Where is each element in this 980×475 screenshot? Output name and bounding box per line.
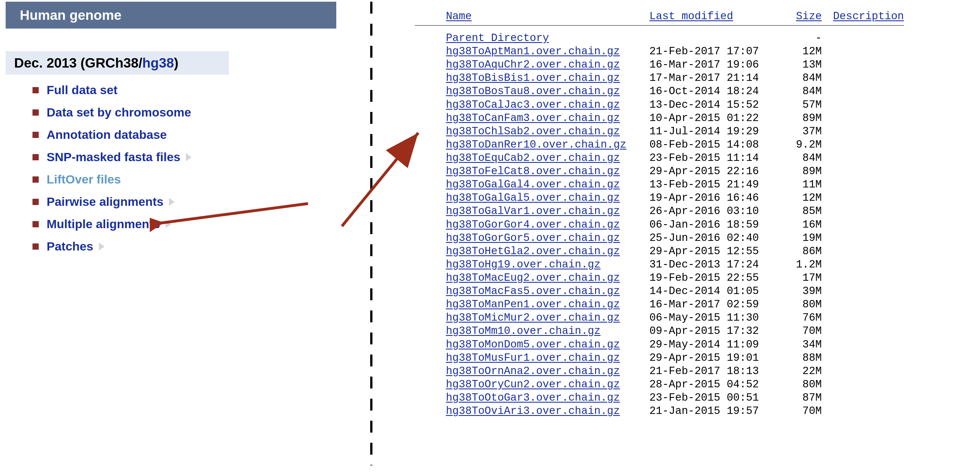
file-link[interactable]: hg38ToHg19.over.chain.gz [446, 258, 600, 271]
file-link[interactable]: hg38ToOryCun2.over.chain.gz [446, 378, 620, 391]
file-size: 88M [785, 351, 822, 365]
file-link[interactable]: hg38ToGorGor4.over.chain.gz [446, 218, 620, 231]
file-desc [822, 138, 833, 151]
file-modified: 11-Jul-2014 19:29 [649, 125, 785, 138]
file-link[interactable]: hg38ToOrnAna2.over.chain.gz [446, 365, 620, 377]
file-row: hg38ToMacFas5.over.chain.gz14-Dec-2014 0… [415, 284, 904, 298]
file-link[interactable]: hg38ToEquCab2.over.chain.gz [446, 152, 620, 164]
sort-size-link[interactable]: Size [796, 10, 822, 22]
file-icon [415, 298, 446, 311]
file-size: 70M [785, 404, 822, 418]
file-modified: 28-Apr-2015 04:52 [649, 378, 785, 391]
file-link[interactable]: hg38ToMacFas5.over.chain.gz [446, 285, 620, 297]
file-row: hg38ToOtoGar3.over.chain.gz23-Feb-2015 0… [415, 391, 904, 404]
file-link[interactable]: hg38ToMm10.over.chain.gz [446, 325, 600, 337]
file-icon [415, 365, 446, 378]
nav-item-patches[interactable]: Patches [32, 239, 353, 253]
file-size: 12M [785, 191, 822, 204]
file-size: 85M [785, 204, 822, 218]
release-hg-link[interactable]: hg38 [142, 56, 174, 70]
file-desc [822, 164, 833, 178]
file-desc [822, 218, 833, 231]
file-row: hg38ToBosTau8.over.chain.gz16-Oct-2014 1… [415, 84, 904, 98]
file-size: 12M [785, 45, 822, 58]
release-suffix: ) [174, 56, 178, 70]
file-link[interactable]: hg38ToOviAri3.over.chain.gz [446, 405, 620, 417]
nav-item-annotation-database[interactable]: Annotation database [32, 128, 353, 142]
file-desc [822, 258, 833, 271]
file-link[interactable]: hg38ToMacEug2.over.chain.gz [446, 272, 620, 284]
file-link[interactable]: hg38ToMusFur1.over.chain.gz [446, 352, 620, 364]
file-size: 80M [785, 298, 822, 311]
file-link[interactable]: hg38ToHetGla2.over.chain.gz [446, 245, 620, 257]
nav-item-multiple-alignments[interactable]: Multiple alignments [32, 217, 353, 231]
nav-item-liftover-files[interactable]: LiftOver files [32, 172, 353, 186]
file-desc [822, 58, 833, 71]
file-link[interactable]: hg38ToAptMan1.over.chain.gz [446, 45, 620, 57]
file-link[interactable]: hg38ToGalGal5.over.chain.gz [446, 192, 620, 204]
file-link[interactable]: hg38ToGalGal4.over.chain.gz [446, 179, 620, 191]
file-link[interactable]: hg38ToChlSab2.over.chain.gz [446, 125, 620, 137]
file-modified: 29-Apr-2015 22:16 [649, 164, 785, 178]
file-link[interactable]: hg38ToGorGor5.over.chain.gz [446, 232, 620, 244]
file-modified: 16-Oct-2014 18:24 [649, 84, 785, 98]
file-link[interactable]: hg38ToMicMur2.over.chain.gz [446, 312, 620, 324]
file-row: hg38ToBisBis1.over.chain.gz17-Mar-2017 2… [415, 71, 904, 84]
parent-size: - [785, 31, 822, 45]
file-desc [822, 151, 833, 164]
file-link[interactable]: hg38ToBisBis1.over.chain.gz [446, 72, 620, 84]
file-row: hg38ToGalGal5.over.chain.gz19-Apr-2016 1… [415, 191, 904, 204]
file-link[interactable]: hg38ToOtoGar3.over.chain.gz [446, 392, 620, 404]
file-modified: 09-Apr-2015 17:32 [649, 324, 785, 338]
file-size: 57M [785, 98, 822, 112]
file-link[interactable]: hg38ToAquChr2.over.chain.gz [446, 59, 620, 71]
file-icon [415, 284, 446, 298]
file-link[interactable]: hg38ToManPen1.over.chain.gz [446, 298, 620, 311]
file-desc [822, 71, 833, 84]
file-row: hg38ToMm10.over.chain.gz09-Apr-2015 17:3… [415, 324, 904, 338]
file-size: 84M [785, 151, 822, 164]
nav-item-label: Pairwise alignments [47, 195, 163, 209]
file-row: hg38ToFelCat8.over.chain.gz29-Apr-2015 2… [415, 164, 904, 178]
file-modified: 21-Jan-2015 19:57 [649, 404, 785, 418]
file-size: 87M [785, 391, 822, 404]
nav-item-snp-masked-fasta-files[interactable]: SNP-masked fasta files [32, 150, 353, 164]
chevron-right-icon [186, 153, 192, 161]
file-size: 37M [785, 125, 822, 138]
file-modified: 17-Mar-2017 21:14 [649, 71, 785, 84]
sort-name-link[interactable]: Name [446, 10, 472, 22]
dir-col-icon [415, 10, 446, 22]
file-link[interactable]: hg38ToCalJac3.over.chain.gz [446, 99, 620, 111]
nav-item-label: Multiple alignments [47, 217, 160, 231]
file-size: 39M [785, 284, 822, 298]
file-link[interactable]: hg38ToGalVar1.over.chain.gz [446, 205, 620, 217]
file-modified: 21-Feb-2017 18:13 [649, 365, 785, 378]
file-link[interactable]: hg38ToMonDom5.over.chain.gz [446, 338, 620, 351]
nav-item-data-set-by-chromosome[interactable]: Data set by chromosome [32, 105, 353, 119]
file-link[interactable]: hg38ToDanRer10.over.chain.gz [446, 139, 627, 151]
file-icon [415, 218, 446, 231]
parent-directory-link[interactable]: Parent Directory [446, 32, 549, 44]
file-link[interactable]: hg38ToFelCat8.over.chain.gz [446, 165, 620, 177]
file-icon [415, 391, 446, 404]
sort-modified-link[interactable]: Last modified [649, 10, 733, 22]
file-modified: 14-Dec-2014 01:05 [649, 284, 785, 298]
nav-item-full-data-set[interactable]: Full data set [32, 83, 353, 97]
file-modified: 23-Feb-2015 11:14 [649, 151, 785, 164]
file-size: 22M [785, 365, 822, 378]
file-link[interactable]: hg38ToCanFam3.over.chain.gz [446, 112, 620, 124]
file-desc [822, 125, 833, 138]
file-row: hg38ToOryCun2.over.chain.gz28-Apr-2015 0… [415, 378, 904, 391]
file-icon [415, 178, 446, 191]
file-icon [415, 378, 446, 391]
chevron-right-icon [165, 220, 171, 228]
nav-item-pairwise-alignments[interactable]: Pairwise alignments [32, 195, 353, 209]
file-icon [415, 258, 446, 271]
file-desc [822, 311, 833, 324]
nav-item-label: Patches [47, 239, 93, 253]
sort-desc-link[interactable]: Description [833, 10, 904, 22]
file-desc [822, 98, 833, 112]
file-desc [822, 204, 833, 218]
file-link[interactable]: hg38ToBosTau8.over.chain.gz [446, 85, 620, 97]
bullet-icon [32, 132, 39, 138]
